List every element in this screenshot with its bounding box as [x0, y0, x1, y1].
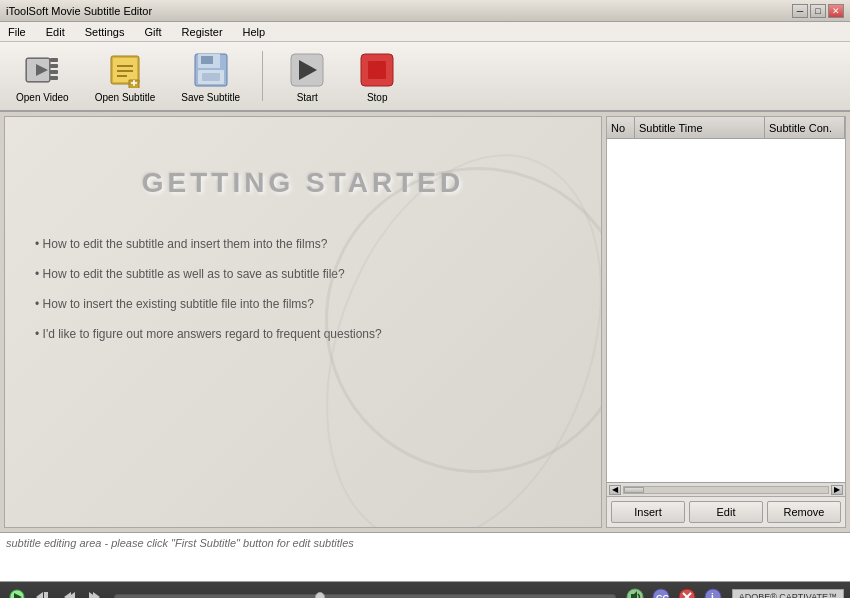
info-icon[interactable]: i	[702, 586, 724, 598]
volume-icon[interactable]	[624, 586, 646, 598]
svg-text:i: i	[711, 592, 714, 598]
progress-track[interactable]	[114, 594, 616, 598]
progress-thumb[interactable]	[315, 592, 325, 598]
svg-rect-23	[368, 61, 386, 79]
subtitle-scrollbar-horizontal[interactable]: ◀ ▶	[607, 482, 845, 496]
close-button[interactable]: ✕	[828, 4, 844, 18]
playback-bar: CC i ADOBE® CAPTIVATE™	[0, 582, 850, 598]
open-video-button[interactable]: Open Video	[8, 46, 77, 107]
scroll-left-arrow[interactable]: ◀	[609, 485, 621, 495]
caption-icon[interactable]: CC	[650, 586, 672, 598]
start-label: Start	[297, 92, 318, 103]
svg-text:CC: CC	[656, 593, 669, 598]
back-button[interactable]	[58, 586, 80, 598]
insert-button[interactable]: Insert	[611, 501, 685, 523]
open-subtitle-icon	[105, 50, 145, 90]
open-video-label: Open Video	[16, 92, 69, 103]
edit-button[interactable]: Edit	[689, 501, 763, 523]
stop-icon	[357, 50, 397, 90]
start-icon	[287, 50, 327, 90]
preview-panel: GETTING STARTED • How to edit the subtit…	[4, 116, 602, 528]
adobe-captivate-badge: ADOBE® CAPTIVATE™	[732, 589, 844, 598]
svg-rect-5	[50, 70, 58, 74]
open-video-icon	[22, 50, 62, 90]
forward-button[interactable]	[84, 586, 106, 598]
bullet-item-2: • How to edit the subtitle as well as to…	[25, 267, 581, 281]
col-header-content: Subtitle Con.	[765, 117, 845, 138]
maximize-button[interactable]: □	[810, 4, 826, 18]
subtitle-panel: No Subtitle Time Subtitle Con. ◀ ▶ Inser…	[606, 116, 846, 528]
remove-button[interactable]: Remove	[767, 501, 841, 523]
getting-started-title: GETTING STARTED	[142, 167, 464, 199]
menu-gift[interactable]: Gift	[140, 24, 165, 40]
svg-rect-17	[201, 56, 213, 64]
title-controls: ─ □ ✕	[792, 4, 844, 18]
toolbar-separator-1	[262, 51, 263, 101]
toolbar: Open Video Open Subtitle	[0, 42, 850, 112]
rewind-button[interactable]	[32, 586, 54, 598]
col-header-time: Subtitle Time	[635, 117, 765, 138]
bullet-item-3: • How to insert the existing subtitle fi…	[25, 297, 581, 311]
main-content: GETTING STARTED • How to edit the subtit…	[0, 112, 850, 532]
menu-register[interactable]: Register	[178, 24, 227, 40]
bullet-item-4: • I'd like to figure out more answers re…	[25, 327, 581, 341]
stop-button[interactable]: Stop	[347, 46, 407, 107]
svg-rect-3	[50, 58, 58, 62]
save-subtitle-button[interactable]: Save Subtitle	[173, 46, 248, 107]
play-button[interactable]	[6, 586, 28, 598]
menu-edit[interactable]: Edit	[42, 24, 69, 40]
subtitle-edit-area[interactable]: subtitle editing area - please click "Fi…	[0, 532, 850, 582]
subtitle-buttons: Insert Edit Remove	[607, 496, 845, 527]
open-subtitle-label: Open Subtitle	[95, 92, 156, 103]
minimize-button[interactable]: ─	[792, 4, 808, 18]
bullet-item-1: • How to edit the subtitle and insert th…	[25, 237, 581, 251]
svg-marker-26	[36, 592, 43, 598]
title-text: iToolSoft Movie Subtitle Editor	[6, 5, 152, 17]
menu-file[interactable]: File	[4, 24, 30, 40]
subtitle-edit-placeholder: subtitle editing area - please click "Fi…	[6, 537, 354, 549]
svg-rect-19	[202, 73, 220, 81]
svg-rect-27	[44, 592, 48, 598]
close-icon[interactable]	[676, 586, 698, 598]
save-subtitle-icon	[191, 50, 231, 90]
scroll-track[interactable]	[623, 486, 829, 494]
start-button[interactable]: Start	[277, 46, 337, 107]
open-subtitle-button[interactable]: Open Subtitle	[87, 46, 164, 107]
scroll-right-arrow[interactable]: ▶	[831, 485, 843, 495]
col-header-no: No	[607, 117, 635, 138]
subtitle-table-body[interactable]	[607, 139, 845, 482]
scroll-thumb[interactable]	[624, 487, 644, 493]
stop-label: Stop	[367, 92, 388, 103]
save-subtitle-label: Save Subtitle	[181, 92, 240, 103]
subtitle-table-header: No Subtitle Time Subtitle Con.	[607, 117, 845, 139]
menu-bar: File Edit Settings Gift Register Help	[0, 22, 850, 42]
title-bar: iToolSoft Movie Subtitle Editor ─ □ ✕	[0, 0, 850, 22]
menu-help[interactable]: Help	[239, 24, 270, 40]
svg-rect-4	[50, 64, 58, 68]
svg-rect-6	[50, 76, 58, 80]
menu-settings[interactable]: Settings	[81, 24, 129, 40]
